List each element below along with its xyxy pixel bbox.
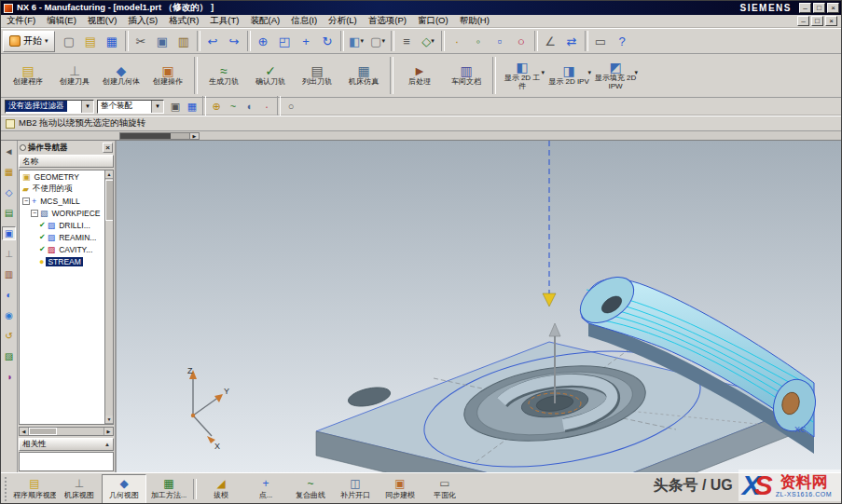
- reuse-library-tab[interactable]: ▥: [2, 267, 16, 281]
- simulate-machine-button[interactable]: ▦机床仿真: [340, 55, 387, 96]
- close-icon[interactable]: ×: [103, 143, 113, 153]
- collapse-resource-bar-tab[interactable]: ◄: [2, 144, 16, 158]
- roles-tab[interactable]: ◑: [2, 370, 16, 384]
- snap-point-button[interactable]: ∙: [447, 31, 468, 52]
- show-2d-ipv-button[interactable]: ◨显示 2D IPV▾: [545, 55, 592, 96]
- help-button[interactable]: ?: [612, 31, 633, 52]
- tree-expander-icon[interactable]: −: [31, 210, 38, 217]
- menu-item-6[interactable]: 装配(A): [245, 15, 286, 27]
- tree-item-drill[interactable]: ✔▨DRILLI...: [20, 219, 104, 231]
- undo-button[interactable]: ↩: [202, 31, 224, 52]
- constraint-navigator-tab[interactable]: ◇: [2, 185, 16, 199]
- pan-view-button[interactable]: +: [296, 31, 317, 52]
- doc-restore-button[interactable]: □: [811, 16, 823, 26]
- tree-item-workpiece[interactable]: −▧WORKPIECE: [20, 207, 104, 219]
- menu-item-1[interactable]: 编辑(E): [41, 15, 82, 27]
- face-rule-button[interactable]: ◐: [242, 99, 258, 114]
- menu-item-3[interactable]: 插入(S): [122, 15, 163, 27]
- generate-toolpath-button[interactable]: ≈生成刀轨: [200, 55, 247, 96]
- measure-button[interactable]: ∠: [540, 31, 561, 52]
- menu-item-4[interactable]: 格式(R): [163, 15, 204, 27]
- chevron-down-icon[interactable]: ▾: [81, 101, 93, 113]
- operation-navigator-tab[interactable]: ▣: [2, 226, 16, 240]
- vertex-rule-button[interactable]: ∙: [258, 99, 275, 114]
- mid-point-snap-button[interactable]: ▫: [490, 31, 511, 52]
- assembly-navigator-tab[interactable]: ▦: [2, 165, 16, 179]
- geometry-view-button[interactable]: ◆几何视图: [102, 474, 146, 504]
- arc-center-snap-button[interactable]: ○: [511, 31, 532, 52]
- scroll-right-icon[interactable]: ▶: [189, 133, 199, 139]
- cut-button[interactable]: ✂: [131, 31, 152, 52]
- scroll-right-icon[interactable]: ▶: [104, 428, 113, 435]
- tree-expander-icon[interactable]: −: [22, 198, 30, 205]
- tree-item-ream[interactable]: ✔▨REAMIN...: [20, 231, 104, 243]
- open-file-button[interactable]: ▤: [80, 31, 102, 52]
- tree-item-streamline[interactable]: ●STREAM: [20, 255, 104, 267]
- doc-close-button[interactable]: ×: [825, 16, 837, 26]
- shop-documentation-button[interactable]: ▥车间文档: [443, 55, 490, 96]
- menu-item-10[interactable]: 窗口(O): [412, 15, 454, 27]
- fit-view-button[interactable]: ⊕: [253, 31, 274, 52]
- composite-curve-button[interactable]: ~复合曲线: [288, 474, 333, 504]
- copy-button[interactable]: ▣: [152, 31, 173, 52]
- curve-rule-button[interactable]: ~: [225, 99, 242, 114]
- scrollbar-handle[interactable]: [105, 180, 113, 221]
- highlight-toggle-button[interactable]: ○: [283, 99, 299, 114]
- create-operation-button[interactable]: ▣创建操作: [145, 55, 191, 96]
- full-screen-button[interactable]: ▭: [590, 31, 612, 52]
- show-filled-2d-ipw-button[interactable]: ◩显示填充 2D IPW▾: [592, 55, 639, 96]
- menu-item-7[interactable]: 信息(I): [285, 15, 323, 27]
- make-planar-button[interactable]: ▭平面化: [422, 474, 467, 504]
- part-navigator-tab[interactable]: ▤: [2, 206, 16, 220]
- tree-item-mcs-mill[interactable]: −+MCS_MILL: [20, 195, 104, 207]
- point-button[interactable]: +点...: [243, 474, 288, 504]
- patch-opening-button[interactable]: ◫补片开口: [333, 474, 378, 504]
- zoom-window-button[interactable]: ◰: [274, 31, 296, 52]
- navigator-horizontal-scrollbar[interactable]: ◀ ▶: [19, 427, 114, 436]
- rotate-view-button[interactable]: ↻: [317, 31, 338, 52]
- end-point-snap-button[interactable]: ◦: [468, 31, 490, 52]
- redo-button[interactable]: ↪: [224, 31, 245, 52]
- hd3d-tools-tab[interactable]: ◐: [2, 288, 16, 302]
- general-selection-filter-button[interactable]: ▣: [167, 99, 184, 114]
- paste-button[interactable]: ▥: [173, 31, 195, 52]
- menu-item-9[interactable]: 首选项(P): [363, 15, 412, 27]
- web-browser-tab[interactable]: ◉: [2, 308, 16, 322]
- selection-filter-dropdown[interactable]: 没有选择过滤器 ▾: [5, 100, 94, 114]
- all-objects-filter-button[interactable]: ▦: [184, 99, 200, 114]
- tree-item-unused[interactable]: ▰不使用的项: [20, 183, 104, 195]
- draft-button[interactable]: ◢拔模: [199, 474, 243, 504]
- history-palette-tab[interactable]: ↺: [2, 329, 16, 343]
- snap-enable-button[interactable]: ⊕: [208, 99, 225, 114]
- create-program-button[interactable]: ▤创建程序: [5, 55, 51, 96]
- view-orientation-button[interactable]: ◇▾: [418, 31, 439, 52]
- menu-item-5[interactable]: 工具(T): [204, 15, 244, 27]
- verify-toolpath-button[interactable]: ✓确认刀轨: [247, 55, 294, 96]
- save-button[interactable]: ▦: [102, 31, 123, 52]
- scrollbar-handle[interactable]: [120, 133, 171, 139]
- selection-scope-dropdown[interactable]: 整个装配 ▾: [97, 100, 164, 114]
- name-column-header[interactable]: 名称: [19, 155, 114, 168]
- list-toolpath-button[interactable]: ▤列出刀轨: [294, 55, 340, 96]
- synchronous-modeling-button[interactable]: ▣同步建模: [378, 474, 422, 504]
- create-tool-button[interactable]: ⊥创建刀具: [51, 55, 98, 96]
- graphics-viewport[interactable]: Z Y X XC: [117, 141, 842, 472]
- new-file-button[interactable]: ▢: [59, 31, 80, 52]
- menu-item-8[interactable]: 分析(L): [323, 15, 363, 27]
- create-geometry-button[interactable]: ◆创建几何体: [98, 55, 145, 96]
- menu-item-11[interactable]: 帮助(H): [454, 15, 495, 27]
- scroll-down-icon[interactable]: ▼: [105, 415, 113, 424]
- machine-tool-view-button[interactable]: ⊥机床视图: [57, 474, 102, 504]
- layer-settings-button[interactable]: ≡: [396, 31, 418, 52]
- restore-button[interactable]: □: [813, 3, 825, 13]
- horizontal-scrollbar[interactable]: ▶: [119, 132, 200, 140]
- doc-minimize-button[interactable]: –: [797, 16, 809, 26]
- close-button[interactable]: ×: [827, 3, 839, 13]
- move-component-button[interactable]: ⇄: [561, 31, 583, 52]
- menu-item-2[interactable]: 视图(V): [82, 15, 123, 27]
- start-menu-button[interactable]: 开始 ▾: [3, 31, 55, 52]
- postprocess-button[interactable]: ►后处理: [396, 55, 443, 96]
- display-mode-button[interactable]: ▢▾: [367, 31, 389, 52]
- tree-item-cavity[interactable]: ✔▨CAVITY...: [20, 243, 104, 255]
- show-2d-workpiece-button[interactable]: ◧显示 2D 工件▾: [499, 55, 545, 96]
